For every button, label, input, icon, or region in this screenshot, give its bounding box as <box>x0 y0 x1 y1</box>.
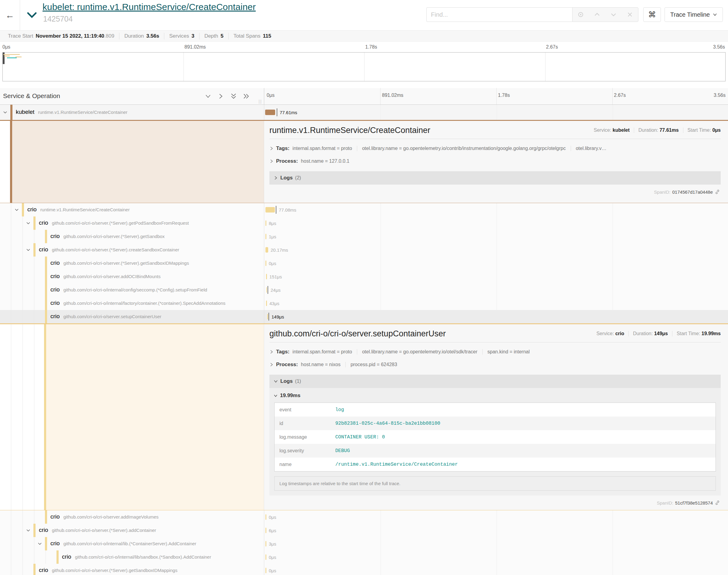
duration-label: 24μs <box>271 288 280 293</box>
log-field-row: id 92b82381-025c-4a64-815c-ba2e1bb08100 <box>274 416 716 430</box>
clear-icon[interactable] <box>626 11 634 19</box>
span-bar <box>265 568 266 573</box>
indent-guide <box>11 510 11 524</box>
duration-label: 8μs <box>269 221 276 226</box>
timeline-gridline <box>380 297 381 310</box>
log-field-value: log <box>335 407 344 413</box>
timeline-tick-label: 2.67s <box>614 93 626 98</box>
service-color-stripe <box>45 310 47 323</box>
span-row[interactable]: criogithub.com/cri-o/cri-o/server.(*Serv… <box>0 564 728 575</box>
duration-label: 1μs <box>269 234 276 239</box>
span-row[interactable]: criogithub.com/cri-o/cri-o/server.addIma… <box>0 510 728 524</box>
minimap-gridline <box>364 53 364 81</box>
collapse-chevron-icon[interactable] <box>2 110 8 115</box>
keyboard-shortcuts-button[interactable]: ⌘ <box>643 7 661 22</box>
tags-toggle[interactable]: Tags: internal.span.format = proto otel.… <box>269 345 721 358</box>
service-color-stripe <box>45 297 47 310</box>
span-row[interactable]: criogithub.com/cri-o/cri-o/server.addOCI… <box>0 270 728 283</box>
service-name: criogithub.com/cri-o/cri-o/internal/conf… <box>51 286 207 293</box>
collapse-chevron-icon[interactable] <box>14 207 20 212</box>
service-color-stripe <box>45 283 47 297</box>
span-row[interactable]: criogithub.com/cri-o/cri-o/internal/fact… <box>0 297 728 310</box>
start-time-label: Start Time: <box>688 128 711 133</box>
span-row[interactable]: criogithub.com/cri-o/cri-o/server.(*Serv… <box>0 257 728 270</box>
span-bar <box>265 261 266 266</box>
span-boundary-tick <box>268 286 268 294</box>
span-row[interactable]: kubeletruntime.v1.RuntimeService/CreateC… <box>0 105 728 120</box>
logs-toggle[interactable]: Logs (1) <box>269 375 721 388</box>
expand-one-icon[interactable] <box>217 92 225 100</box>
copy-link-icon[interactable] <box>715 500 721 506</box>
timeline-gridline <box>380 203 381 216</box>
expand-all-icon[interactable] <box>242 92 251 100</box>
span-row[interactable]: criogithub.com/cri-o/cri-o/internal/conf… <box>0 283 728 297</box>
indent-guide <box>34 230 34 243</box>
chevron-down-icon[interactable] <box>609 11 618 19</box>
service-name: criogithub.com/cri-o/cri-o/server.(*Serv… <box>39 246 179 253</box>
process-toggle[interactable]: Process: host.name = nixos process.pid =… <box>269 358 721 371</box>
chevron-right-icon <box>269 159 274 163</box>
span-row[interactable]: criogithub.com/cri-o/cri-o/server.(*Serv… <box>0 243 728 257</box>
back-button[interactable]: ← <box>0 0 20 30</box>
span-row[interactable]: criogithub.com/cri-o/cri-o/server.(*Serv… <box>0 230 728 243</box>
duration-label: 3μs <box>269 541 276 546</box>
summary-item: Services3 <box>164 33 199 39</box>
indent-guide <box>11 524 11 537</box>
trace-title-link[interactable]: kubelet: runtime.v1.RuntimeService/Creat… <box>42 2 256 12</box>
collapse-one-icon[interactable] <box>204 92 212 100</box>
logs-toggle[interactable]: Logs (2) <box>269 171 721 184</box>
operation-name: github.com/cri-o/cri-o/internal/lib/sand… <box>75 554 211 560</box>
tags-toggle[interactable]: Tags: internal.span.format = proto otel.… <box>269 142 721 155</box>
locate-icon[interactable] <box>577 11 585 19</box>
collapse-chevron-icon[interactable] <box>26 221 31 226</box>
column-resize-grip[interactable]: || <box>259 99 262 104</box>
indent-guide <box>23 297 23 310</box>
service-name: criogithub.com/cri-o/cri-o/server.(*Serv… <box>39 219 189 226</box>
service-name: criogithub.com/cri-o/cri-o/internal/fact… <box>51 300 225 306</box>
timeline-tick-label: 1.78s <box>498 93 510 98</box>
chevron-right-icon <box>269 350 274 354</box>
span-row[interactable]: criogithub.com/cri-o/cri-o/internal/lib/… <box>0 550 728 564</box>
timeline-grid-header: Service & Operation || 0μs891.02ms1.78s2… <box>0 88 728 105</box>
span-row[interactable]: criogithub.com/cri-o/cri-o/server.(*Serv… <box>0 524 728 537</box>
span-bar <box>265 221 266 226</box>
service-value: crio <box>615 331 624 336</box>
duration-label: 0μs <box>269 568 276 573</box>
span-row[interactable]: crioruntime.v1.RuntimeService/CreateCont… <box>0 203 728 216</box>
collapse-chevron-icon[interactable] <box>26 528 31 533</box>
collapse-chevron-icon[interactable] <box>37 541 42 546</box>
chevron-up-icon[interactable] <box>593 11 601 19</box>
span-bar <box>265 234 266 239</box>
operation-name: github.com/cri-o/cri-o/server.(*Server).… <box>64 234 165 239</box>
indent-guide <box>11 297 11 310</box>
log-field-key: log.message <box>274 434 335 440</box>
log-entry-toggle[interactable]: 19.99ms <box>269 389 721 402</box>
summary-value: 5 <box>221 33 223 39</box>
service-operation-title: Service & Operation <box>3 92 60 100</box>
tags-label: Tags: <box>276 145 290 151</box>
span-row[interactable]: criogithub.com/cri-o/cri-o/server.setupC… <box>0 310 728 323</box>
find-input[interactable] <box>426 7 572 22</box>
minimap-tick-label: 3.56s <box>713 44 725 50</box>
span-row[interactable]: criogithub.com/cri-o/cri-o/internal/lib.… <box>0 537 728 550</box>
collapse-chevron-icon[interactable] <box>26 247 31 252</box>
tag-item: otel.library.name = go.opentelemetry.io/… <box>357 349 477 354</box>
process-toggle[interactable]: Process: host.name = 127.0.0.1 <box>269 155 721 168</box>
timeline-gridline <box>380 310 381 323</box>
operation-name: github.com/cri-o/cri-o/server.(*Server).… <box>52 528 156 533</box>
service-color-stripe <box>33 243 36 257</box>
span-bar <box>265 247 268 252</box>
copy-link-icon[interactable] <box>715 189 721 195</box>
trace-view-selector[interactable]: Trace Timeline <box>664 7 723 22</box>
timeline-minimap[interactable] <box>2 52 726 81</box>
service-value: kubelet <box>613 128 630 133</box>
collapse-all-icon[interactable] <box>229 92 238 100</box>
minimap-span <box>3 54 20 55</box>
trace-collapse-chevron-icon[interactable] <box>27 9 40 21</box>
span-row[interactable]: criogithub.com/cri-o/cri-o/server.(*Serv… <box>0 216 728 230</box>
duration-label: 20.17ms <box>271 247 288 252</box>
process-item: host.name = 127.0.0.1 <box>301 159 350 164</box>
indent-guide <box>34 510 34 524</box>
timeline-gridline <box>497 310 497 323</box>
timeline-gridline <box>497 550 497 564</box>
